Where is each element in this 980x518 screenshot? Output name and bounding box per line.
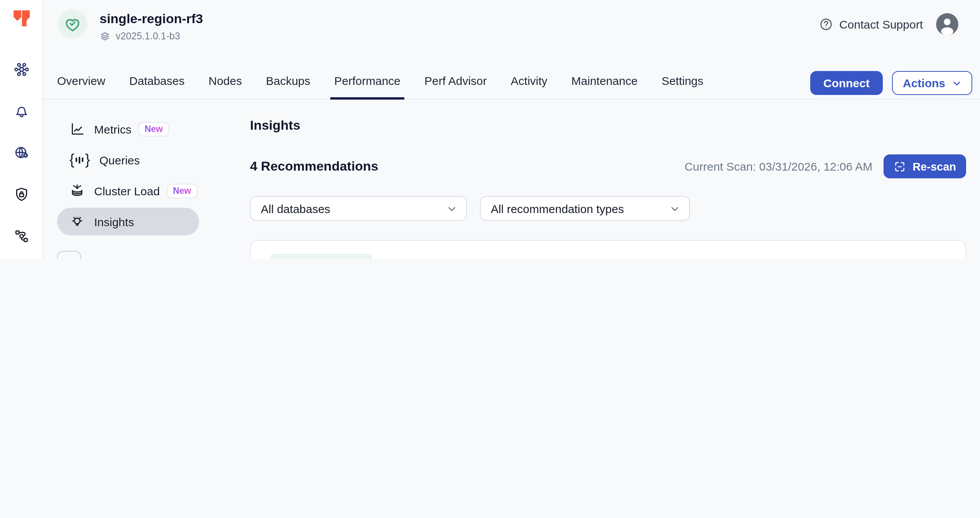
user-avatar[interactable] xyxy=(936,13,958,36)
cluster-version: v2025.1.0.1-b3 xyxy=(100,31,203,42)
globe-gear-icon[interactable] xyxy=(13,144,30,161)
collapse-sidebar-button[interactable]: « xyxy=(57,251,81,259)
sidebar-item-insights[interactable]: Insights xyxy=(57,208,199,235)
resolved-group: Resolved xyxy=(860,258,953,259)
recommendations-count: 4 Recommendations xyxy=(250,159,378,174)
help-question-icon xyxy=(818,17,833,32)
contact-support-link[interactable]: Contact Support xyxy=(818,17,923,32)
cluster-health-badge xyxy=(58,9,87,39)
recommendation-message: We found indexes in database “benchbase_… xyxy=(392,256,758,259)
sidebar-item-cluster-load[interactable]: Cluster Load New xyxy=(57,177,199,205)
performance-subnav: Metrics New {} Queries Cluster Load New xyxy=(43,100,225,259)
bell-icon[interactable] xyxy=(13,103,30,120)
tab-activity[interactable]: Activity xyxy=(511,74,547,99)
current-scan-timestamp: Current Scan: 03/31/2026, 12:06 AM xyxy=(684,160,872,173)
tab-settings[interactable]: Settings xyxy=(662,74,703,99)
tab-databases[interactable]: Databases xyxy=(129,74,184,99)
rescan-button[interactable]: Re-scan xyxy=(883,154,966,178)
app-window: single-region-rf3 v2025.1.0.1-b3 Contact… xyxy=(0,0,980,259)
page-title: Insights xyxy=(250,118,966,134)
recommendation-type-badge: INDEX SUGGESTION xyxy=(270,254,372,259)
integrations-icon[interactable] xyxy=(13,228,30,245)
chevron-down-icon xyxy=(447,203,457,213)
recommendation-list: INDEX SUGGESTION We found indexes in dat… xyxy=(250,240,966,259)
cluster-load-icon xyxy=(69,183,85,198)
sidebar-item-label: Cluster Load xyxy=(94,184,160,197)
rescan-label: Re-scan xyxy=(912,160,956,173)
rail-nav xyxy=(13,61,30,259)
icon-rail xyxy=(0,0,43,259)
new-badge: New xyxy=(167,183,197,198)
tab-overview[interactable]: Overview xyxy=(57,74,105,99)
new-badge: New xyxy=(139,122,169,136)
recommendation-type-filter-select[interactable]: All recommendation types xyxy=(480,196,690,221)
sidebar-item-label: Insights xyxy=(94,215,134,228)
sidebar-item-queries[interactable]: {} Queries xyxy=(57,146,199,174)
yugabyte-logo[interactable] xyxy=(11,8,31,29)
actions-label: Actions xyxy=(903,76,945,90)
version-label: v2025.1.0.1-b3 xyxy=(116,31,180,42)
sidebar-item-label: Metrics xyxy=(94,122,132,135)
tab-nodes[interactable]: Nodes xyxy=(208,74,242,99)
tab-performance[interactable]: Performance xyxy=(334,74,400,99)
tab-backups[interactable]: Backups xyxy=(266,74,310,99)
layers-icon xyxy=(100,31,110,42)
recommendation-card[interactable]: INDEX SUGGESTION We found indexes in dat… xyxy=(250,240,966,259)
chevron-down-icon xyxy=(670,203,680,213)
queries-braces-icon: {} xyxy=(69,152,90,168)
database-filter-value: All databases xyxy=(261,202,330,215)
cluster-header: single-region-rf3 v2025.1.0.1-b3 Contact… xyxy=(43,0,980,69)
cluster-name: single-region-rf3 xyxy=(100,11,203,27)
sidebar-item-metrics[interactable]: Metrics New xyxy=(57,115,199,143)
tab-maintenance[interactable]: Maintenance xyxy=(571,74,638,99)
collapse-chevrons-icon: « xyxy=(66,255,73,259)
contact-support-label: Contact Support xyxy=(839,18,923,31)
user-avatar-icon xyxy=(936,13,958,36)
database-filter-select[interactable]: All databases xyxy=(250,196,467,221)
lightbulb-icon xyxy=(69,214,85,229)
scan-icon xyxy=(893,160,906,173)
insights-panel: Insights 4 Recommendations Current Scan:… xyxy=(225,100,980,259)
heart-check-icon xyxy=(63,14,83,34)
connect-button[interactable]: Connect xyxy=(810,71,883,95)
sidebar-item-label: Queries xyxy=(99,153,140,166)
chevron-down-icon xyxy=(952,78,961,88)
recommendation-type-filter-value: All recommendation types xyxy=(491,202,624,215)
cluster-tabs: OverviewDatabasesNodesBackupsPerformance… xyxy=(43,69,980,100)
tab-perf-advisor[interactable]: Perf Advisor xyxy=(424,74,487,99)
actions-button[interactable]: Actions xyxy=(892,71,972,95)
shield-lock-icon[interactable] xyxy=(13,186,30,203)
metrics-chart-icon xyxy=(69,121,85,137)
cluster-network-icon[interactable] xyxy=(13,61,30,78)
resolved-label: Resolved xyxy=(880,258,928,259)
